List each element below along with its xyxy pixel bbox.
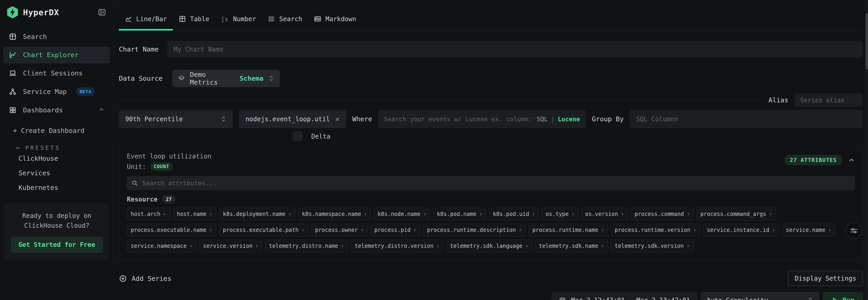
sql-toggle[interactable]: SQL [537,115,548,122]
sidebar-item-label: Search [23,33,47,40]
attribute-chip[interactable]: process.executable.name › [127,224,216,237]
chevron-right-icon: › [341,243,344,249]
attribute-chip[interactable]: os.type › [542,208,579,220]
chart-name-input[interactable] [167,41,863,57]
aggregation-select[interactable]: 90th Percentile [119,110,233,128]
add-series-label: Add Series [132,275,172,282]
alias-input[interactable] [795,93,863,107]
markdown-icon [314,15,321,23]
attribute-chip[interactable]: process.runtime.version › [611,224,700,237]
chevron-up-icon[interactable] [848,157,855,163]
add-series-button[interactable]: Add Series [119,274,172,283]
svg-text:3: 3 [225,17,227,22]
attribute-chip[interactable]: service.name › [782,224,835,237]
remove-metric-icon[interactable]: × [335,115,340,123]
chevron-right-icon: › [479,211,482,217]
attribute-chip[interactable]: host.name › [173,208,217,220]
attribute-chip[interactable]: process.command_args › [696,208,776,220]
attribute-chip-label: os.type [546,211,568,217]
preset-item-services[interactable]: Services [3,166,110,180]
attribute-chip-label: service.version [203,243,252,249]
attribute-chip[interactable]: k8s.pod.name › [433,208,486,220]
attribute-chip[interactable]: service.version › [199,240,262,252]
chevron-down-icon [15,145,21,151]
tab-label: Search [279,15,302,23]
tab-line-bar[interactable]: Line/Bar [119,9,173,30]
schema-link[interactable]: Schema [240,75,264,82]
collapse-sidebar-button[interactable] [97,7,107,17]
attribute-chip[interactable]: process.pid › [370,224,420,237]
attribute-chip[interactable]: host.arch › [127,208,170,220]
attribute-chip[interactable]: k8s.namespace.name › [298,208,371,220]
attribute-chip-label: process.runtime.version [615,227,690,233]
sidebar-item-search[interactable]: Search [3,28,110,45]
chevron-right-icon: › [828,227,831,233]
attribute-chip-label: os.version [585,211,618,217]
attribute-chip-label: process.executable.path [223,227,299,233]
vertical-scrollbar[interactable] [865,0,868,300]
tab-label: Number [233,15,256,23]
preset-item-kubernetes[interactable]: Kubernetes [3,180,110,195]
attribute-chip[interactable]: telemetry.distro.name › [265,240,348,252]
attribute-chip[interactable]: process.owner › [311,224,368,237]
attribute-chip[interactable]: service.namespace › [127,240,196,252]
sidebar-item-service-map[interactable]: Service Map BETA [3,83,110,100]
attribute-chip-label: process.runtime.name [532,227,598,233]
sidebar-item-label: Client Sessions [23,69,83,77]
scrollbar-thumb[interactable] [866,13,868,70]
presets-header[interactable]: PRESETS [3,144,110,151]
sidebar-item-client-sessions[interactable]: Client Sessions [3,65,110,82]
attribute-chip[interactable]: os.version › [581,208,628,220]
chevron-right-icon: › [601,243,604,249]
chevron-right-icon: › [413,227,416,233]
get-started-button[interactable]: Get Started for Free [11,237,103,253]
search-nav-icon [9,33,17,41]
attribute-chip[interactable]: telemetry.sdk.language › [446,240,532,252]
attribute-chip-label: host.name [177,211,207,217]
tab-number[interactable]: 123 Number [215,9,262,30]
attribute-chip[interactable]: process.executable.path › [219,224,309,237]
delta-checkbox[interactable] [293,132,302,141]
group-by-input[interactable] [629,110,863,128]
service-map-icon [9,87,17,96]
tab-markdown[interactable]: Markdown [308,9,362,30]
sidebar-item-dashboards[interactable]: Dashboards [3,102,110,118]
attribute-chip[interactable]: service.instance.id › [703,224,779,237]
floating-settings-button[interactable] [846,222,862,239]
attribute-chip-label: k8s.node.name [378,211,421,217]
tab-search[interactable]: Search [262,9,308,30]
lucene-toggle[interactable]: Lucene [558,115,580,122]
run-button[interactable]: Run [823,292,863,300]
attribute-search-input[interactable] [142,180,850,187]
sidebar-item-chart-explorer[interactable]: Chart Explorer [3,47,110,63]
tab-table[interactable]: Table [173,9,215,30]
attribute-chip[interactable]: process.runtime.description › [423,224,526,237]
display-settings-button[interactable]: Display Settings [788,271,863,286]
attribute-chip-label: telemetry.sdk.language [450,243,522,249]
time-range-picker[interactable]: Mar 2 12:47:01 - Mar 2 13:47:01 [552,292,697,300]
attribute-chip-label: process.executable.name [131,227,206,233]
laptop-icon [9,69,17,77]
attribute-chip[interactable]: k8s.pod.uid › [489,208,539,220]
attribute-chip[interactable]: k8s.deployment.name › [219,208,295,220]
granularity-select[interactable]: Auto Granularity [701,292,819,300]
attribute-chip[interactable]: process.runtime.name › [528,224,608,237]
attribute-chip-label: telemetry.distro.name [269,243,338,249]
delta-label: Delta [311,133,331,140]
list-icon [268,15,275,23]
presets-label: PRESETS [25,144,60,151]
data-source-select[interactable]: Demo Metrics Schema [172,70,280,87]
attribute-chip[interactable]: telemetry.sdk.name › [535,240,608,252]
attribute-chip-label: process.pid [374,227,410,233]
attribute-chip[interactable]: telemetry.distro.version › [351,240,443,252]
create-dashboard-button[interactable]: + Create Dashboard [3,125,110,137]
preset-item-clickhouse[interactable]: ClickHouse [3,151,110,166]
attribute-chip[interactable]: telemetry.sdk.version › [611,240,693,252]
main-content: Line/Bar Table 123 Number Search [114,0,868,300]
attribute-chip[interactable]: process.command › [631,208,694,220]
where-search-input[interactable] [384,115,533,122]
updown-chevron-icon [807,297,813,300]
attribute-chip[interactable]: k8s.node.name › [374,208,430,220]
metric-chip[interactable]: nodejs.event_loop.util × [239,110,346,128]
unit-label: Unit: [127,163,146,170]
